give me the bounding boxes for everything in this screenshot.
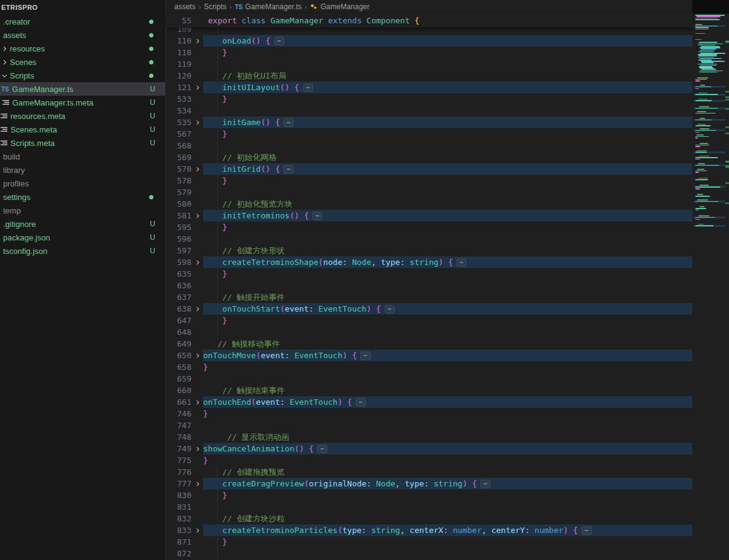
code-line-content[interactable]: onLoad() {⋯ (203, 35, 692, 47)
breadcrumb-item-scripts[interactable]: Scripts (204, 2, 226, 11)
fold-chevron-icon[interactable] (191, 396, 203, 408)
code-line-content[interactable]: // 触摸移动事件 (203, 338, 692, 350)
fold-chevron-icon[interactable] (191, 35, 203, 47)
explorer-item--creator[interactable]: .creator (0, 15, 165, 28)
explorer-section-header[interactable]: ETRISPRO (0, 0, 165, 15)
code-line-content[interactable]: // 初始化网格 (203, 152, 692, 163)
folded-code-indicator[interactable]: ⋯ (312, 212, 322, 220)
code-line-content[interactable] (203, 548, 692, 559)
code-line-content[interactable]: createDragPreview(originalNode: Node, ty… (203, 478, 692, 489)
code-line-content[interactable] (203, 105, 692, 117)
breadcrumb-item-gamemanager[interactable]: GameManager (310, 2, 369, 11)
code-line-content[interactable]: } (203, 175, 692, 186)
code-line-content[interactable] (203, 58, 692, 70)
minimap[interactable] (692, 0, 729, 560)
folded-code-indicator[interactable]: ⋯ (274, 37, 284, 45)
code-line-content[interactable] (203, 326, 692, 338)
code-line-content[interactable]: initUILayout() {⋯ (203, 82, 692, 93)
explorer-item-package-json[interactable]: package.jsonU (0, 231, 165, 244)
code-line-content[interactable]: // 创建拖拽预览 (203, 466, 692, 478)
code-line-content[interactable] (203, 186, 692, 198)
code-line-content[interactable]: } (203, 408, 692, 420)
code-line-content[interactable]: initGrid() {⋯ (203, 163, 692, 175)
code-line-content[interactable]: onTouchEnd(event: EventTouch) {⋯ (203, 396, 692, 408)
sticky-line-text[interactable]: export class GameManager extends Compone… (191, 16, 419, 25)
explorer-item-settings[interactable]: settings (0, 190, 165, 204)
fold-chevron-icon[interactable] (191, 303, 203, 315)
explorer-item-scenes[interactable]: Scenes (0, 55, 165, 69)
code-line-content[interactable] (203, 233, 692, 245)
code-line-content[interactable]: } (203, 455, 692, 466)
chevron-down-icon[interactable] (1, 72, 9, 79)
explorer-item-tsconfig-json[interactable]: tsconfig.jsonU (0, 244, 165, 258)
code-line-content[interactable]: // 显示取消动画 (203, 431, 692, 443)
code-line-content[interactable]: createTetrominoParticles(type: string, c… (203, 524, 692, 536)
code-line-content[interactable]: // 创建方块沙粒 (203, 513, 692, 524)
folded-code-indicator[interactable]: ⋯ (317, 445, 327, 453)
code-line-content[interactable]: } (203, 47, 692, 58)
explorer-item-library[interactable]: library (0, 163, 165, 177)
code-line-content[interactable]: } (203, 128, 692, 140)
code-line-content[interactable]: // 初始化UI布局 (203, 70, 692, 82)
code-line-content[interactable]: initTetrominos() {⋯ (203, 210, 692, 221)
explorer-item-scripts[interactable]: Scripts (0, 69, 165, 82)
folded-code-indicator[interactable]: ⋯ (360, 351, 370, 360)
explorer-item-temp[interactable]: temp (0, 204, 165, 217)
code-line-content[interactable]: initGame() {⋯ (203, 117, 692, 128)
code-line-content[interactable]: // 初始化预览方块 (203, 198, 692, 210)
explorer-item-build[interactable]: build (0, 150, 165, 163)
folded-code-indicator[interactable]: ⋯ (303, 83, 313, 92)
explorer-item-scripts-meta[interactable]: Scripts.metaU (0, 136, 165, 150)
code-line-content[interactable]: // 创建方块形状 (203, 245, 692, 256)
fold-chevron-icon[interactable] (191, 443, 203, 455)
code-line-content[interactable]: } (203, 93, 692, 105)
folded-code-indicator[interactable]: ⋯ (480, 480, 490, 488)
code-line-content[interactable]: } (203, 268, 692, 280)
explorer-item-profiles[interactable]: profiles (0, 177, 165, 190)
breadcrumb-item-assets[interactable]: assets (174, 2, 196, 11)
chevron-right-icon[interactable] (1, 58, 9, 66)
code-line-content[interactable]: createTetrominoShape(node: Node, type: s… (203, 256, 692, 268)
explorer-item-resources[interactable]: resources (0, 42, 165, 55)
fold-chevron-icon[interactable] (191, 163, 203, 175)
explorer-item--gitignore[interactable]: .gitignoreU (0, 217, 165, 231)
explorer-item-gamemanager-ts-meta[interactable]: GameManager.ts.metaU (0, 96, 165, 109)
code-line-content[interactable]: // 触摸结束事件 (203, 385, 692, 396)
sticky-scroll-line[interactable]: 55export class GameManager extends Compo… (166, 13, 692, 28)
fold-chevron-icon[interactable] (191, 350, 203, 361)
folded-code-indicator[interactable]: ⋯ (356, 398, 366, 407)
code-line-content[interactable] (203, 373, 692, 385)
fold-chevron-icon[interactable] (191, 256, 203, 268)
code-line-570: 570 initGrid() {⋯ (166, 163, 692, 175)
folded-code-indicator[interactable]: ⋯ (284, 118, 293, 127)
fold-chevron-icon[interactable] (191, 210, 203, 221)
explorer-item-resources-meta[interactable]: resources.metaU (0, 109, 165, 123)
code-line-content[interactable] (203, 140, 692, 152)
code-line-content[interactable] (203, 501, 692, 513)
code-line-content[interactable]: onTouchStart(event: EventTouch) {⋯ (203, 303, 692, 315)
code-line-content[interactable]: onTouchMove(event: EventTouch) {⋯ (203, 350, 692, 361)
code-line-content[interactable]: } (203, 361, 692, 373)
code-line-content[interactable]: } (203, 221, 692, 233)
code-line-content[interactable]: } (203, 315, 692, 326)
fold-chevron-icon[interactable] (191, 524, 203, 536)
fold-chevron-icon[interactable] (191, 478, 203, 489)
chevron-right-icon[interactable] (1, 45, 9, 52)
fold-chevron-icon[interactable] (191, 117, 203, 128)
fold-chevron-icon[interactable] (191, 82, 203, 93)
code-line-content[interactable]: } (203, 489, 692, 501)
code-line-content[interactable]: } (203, 536, 692, 548)
code-line-content[interactable] (203, 280, 692, 291)
code-line-content[interactable] (203, 420, 692, 431)
explorer-item-assets[interactable]: assets (0, 28, 165, 42)
explorer-item-scenes-meta[interactable]: Scenes.metaU (0, 123, 165, 136)
explorer-item-gamemanager-ts[interactable]: TSGameManager.tsU (0, 82, 165, 96)
folded-code-indicator[interactable]: ⋯ (385, 305, 395, 313)
folded-code-indicator[interactable]: ⋯ (284, 165, 293, 174)
code-line-content[interactable]: // 触摸开始事件 (203, 291, 692, 303)
typescript-file-icon: TS (235, 4, 243, 10)
code-line-content[interactable]: showCancelAnimation() {⋯ (203, 443, 692, 455)
folded-code-indicator[interactable]: ⋯ (457, 258, 466, 267)
breadcrumb-item-gamemanager.ts[interactable]: TSGameManager.ts (235, 2, 302, 11)
folded-code-indicator[interactable]: ⋯ (582, 526, 592, 535)
